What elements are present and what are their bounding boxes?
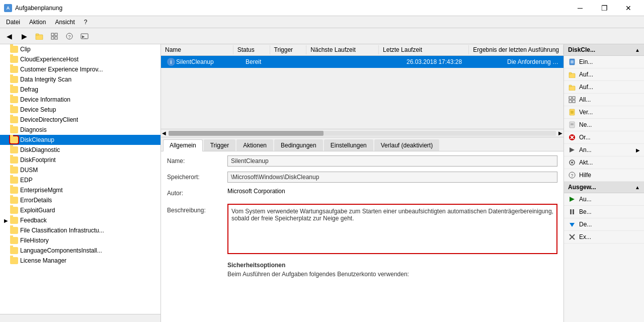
tab-allgemein[interactable]: Allgemein <box>163 139 203 151</box>
col-header-status: Status <box>233 45 270 54</box>
detail-location-label: Speicherort: <box>167 172 227 181</box>
detail-description-value: Vom System verwendete Wartungsaufgabe zu… <box>227 204 557 256</box>
toolbar-forward[interactable]: ▶ <box>17 30 31 42</box>
tree-horizontal-scrollbar[interactable] <box>0 314 160 322</box>
menu-ansicht[interactable]: Ansicht <box>51 18 78 27</box>
menu-help[interactable]: ? <box>80 18 92 27</box>
tab-einstellungen[interactable]: Einstellungen <box>324 139 373 151</box>
action-item[interactable]: Ein... <box>564 56 644 68</box>
action-item[interactable]: Ver... <box>564 106 644 119</box>
task-name-label: SilentCleanup <box>176 58 214 65</box>
actions-header-1-arrow: ▲ <box>635 47 640 53</box>
tree-item[interactable]: Data Integrity Scan <box>0 74 160 85</box>
menu-datei[interactable]: Datei <box>2 18 24 27</box>
svg-rect-16 <box>569 86 575 91</box>
folder-icon <box>10 56 18 63</box>
tree-item-label: Device Information <box>20 96 70 103</box>
folder-icon <box>10 156 18 164</box>
action-item[interactable]: Or... <box>564 131 644 144</box>
folder-icon <box>10 66 18 73</box>
tree-item[interactable]: Defrag <box>0 85 160 95</box>
actions-panel: DiskCle... ▲ Ein...Auf...Auf...All...Ver… <box>564 44 644 322</box>
menu-aktion[interactable]: Aktion <box>25 18 50 27</box>
action-item-selected[interactable]: Ex... <box>564 231 644 244</box>
tree-item[interactable]: DeviceDirectoryClient <box>0 115 160 125</box>
col-header-name: Name <box>161 45 233 54</box>
tree-item[interactable]: DUSM <box>0 165 160 175</box>
detail-location-input[interactable] <box>227 172 557 183</box>
toolbar-back[interactable]: ◀ <box>2 30 16 42</box>
tree-item[interactable]: Clip <box>0 44 160 54</box>
tree-item-label: DiskCleanup <box>20 136 54 143</box>
scroll-right-btn[interactable]: ▶ <box>557 130 564 136</box>
minimize-button[interactable]: ─ <box>569 2 592 14</box>
close-button[interactable]: ✕ <box>617 2 640 14</box>
tree-item[interactable]: License Manager <box>0 256 160 266</box>
restore-button[interactable]: ❐ <box>593 2 616 14</box>
tree-item[interactable]: Diagnosis <box>0 125 160 135</box>
action-item-selected[interactable]: De... <box>564 218 644 231</box>
action-item[interactable]: An...▶ <box>564 144 644 156</box>
action-item[interactable]: Akt... <box>564 156 644 169</box>
detail-location-row: Speicherort: <box>167 172 557 184</box>
tree-item-label: Device Setup <box>20 106 56 113</box>
scroll-left-btn[interactable]: ◀ <box>161 130 167 136</box>
tab-aktionen[interactable]: Aktionen <box>236 139 273 151</box>
action-icon <box>568 70 576 78</box>
action-label: All... <box>579 96 591 103</box>
detail-description-textarea[interactable]: Vom System verwendete Wartungsaufgabe zu… <box>227 204 557 254</box>
action-item[interactable]: All... <box>564 94 644 106</box>
window-controls: ─ ❐ ✕ <box>569 2 640 14</box>
tree-item[interactable]: Device Information <box>0 95 160 105</box>
tree-item[interactable]: DiskDiagnostic <box>0 145 160 155</box>
detail-description-row: Beschreibung: Vom System verwendete Wart… <box>167 204 557 256</box>
tab-verlauf[interactable]: Verlauf (deaktiviert) <box>374 139 439 151</box>
action-label: Hilfe <box>579 172 591 179</box>
toolbar-folder[interactable] <box>32 30 46 42</box>
action-icon <box>568 146 576 154</box>
toolbar-grid[interactable] <box>47 30 61 42</box>
action-item[interactable]: ?Hilfe <box>564 169 644 182</box>
action-icon <box>568 195 576 203</box>
table-horizontal-scrollbar[interactable]: ◀ ▶ <box>161 129 564 137</box>
toolbar-help[interactable]: ? <box>62 30 76 42</box>
task-result-cell: Die Anforderung wurde vom Oper... <box>503 57 564 66</box>
folder-icon <box>10 136 18 143</box>
tree-item[interactable]: Device Setup <box>0 105 160 115</box>
tree-scroll[interactable]: ClipCloudExperienceHostCustomer Experien… <box>0 44 160 314</box>
tree-item[interactable]: LanguageComponentsInstall... <box>0 246 160 256</box>
action-item[interactable]: Auf... <box>564 68 644 81</box>
tree-item[interactable]: CloudExperienceHost <box>0 54 160 64</box>
tree-item[interactable]: EDP <box>0 175 160 185</box>
tree-item[interactable]: ExploitGuard <box>0 205 160 215</box>
tree-item-label: Data Integrity Scan <box>20 76 71 83</box>
action-label: Ein... <box>579 58 593 65</box>
tree-item[interactable]: EnterpriseMgmt <box>0 185 160 195</box>
action-item-selected[interactable]: Be... <box>564 206 644 218</box>
folder-icon <box>10 217 18 224</box>
tree-item[interactable]: DiskFootprint <box>0 155 160 165</box>
tree-item[interactable]: DiskCleanup <box>0 135 160 145</box>
action-item[interactable]: Ne... <box>564 119 644 131</box>
action-item[interactable]: Auf... <box>564 81 644 94</box>
svg-rect-20 <box>569 100 572 103</box>
tree-item[interactable]: FileHistory <box>0 235 160 246</box>
app-icon: A <box>4 4 12 12</box>
action-label: Ver... <box>579 109 593 116</box>
tree-item[interactable]: File Classification Infrastructu... <box>0 225 160 235</box>
svg-rect-5 <box>55 37 57 39</box>
tab-bedingungen[interactable]: Bedingungen <box>274 139 323 151</box>
detail-name-input[interactable] <box>227 155 557 167</box>
folder-icon <box>10 76 18 83</box>
security-options-title: Sicherheitsoptionen <box>227 262 557 269</box>
toolbar-console[interactable]: ▶_ <box>77 30 92 42</box>
tab-trigger[interactable]: Trigger <box>204 139 236 151</box>
tree-item[interactable]: ErrorDetails <box>0 195 160 205</box>
table-row[interactable]: i SilentCleanup Bereit 26.03.2018 17:43:… <box>161 56 564 68</box>
center-panel: Name Status Trigger Nächste Laufzeit Let… <box>161 44 564 322</box>
tree-item[interactable]: Customer Experience Improv... <box>0 64 160 74</box>
action-item-selected[interactable]: Au... <box>564 193 644 206</box>
tree-item[interactable]: ▶Feedback <box>0 215 160 225</box>
h-scroll-thumb[interactable] <box>169 131 324 136</box>
h-scroll-track[interactable] <box>169 131 556 136</box>
